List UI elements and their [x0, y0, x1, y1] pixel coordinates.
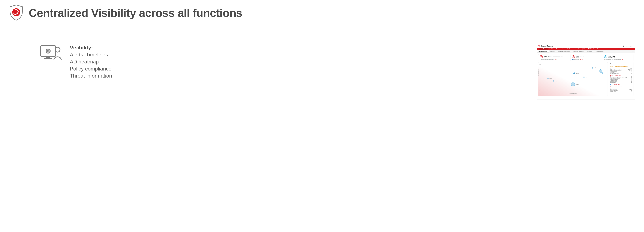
- kpi-av-compliance[interactable]: 80% Antivirus pattern compliance ▾ ◉ End…: [538, 54, 569, 61]
- panel-total-events: ⊘ 0 Total events: [610, 88, 632, 89]
- svg-line-12: [49, 49, 50, 50]
- bubble-dublin[interactable]: Dublin: [602, 73, 603, 74]
- panel-row: Affected users402: [610, 91, 632, 92]
- risk-bubble-chart[interactable]: Compliance rate High Low High Risk More …: [538, 62, 608, 96]
- tab-compliance[interactable]: Compliance: [585, 50, 594, 53]
- bubble-munich[interactable]: Munich: [574, 73, 575, 74]
- visibility-heading: Visibility:: [70, 45, 93, 50]
- side-panel: All 🛡 80% Antivirus pattern compliance A…: [609, 62, 634, 96]
- svg-line-9: [46, 49, 47, 50]
- nav-help[interactable]: Help: [596, 48, 601, 50]
- bubble-seattle[interactable]: Seattle: [592, 67, 593, 69]
- home-icon[interactable]: ⌂: [537, 48, 540, 50]
- dashboard-screenshot: Control Manager TREND\m_kuo ▾ ⌂ Dashboar…: [537, 44, 635, 99]
- svg-line-10: [49, 52, 50, 53]
- tab-summary[interactable]: Summary: [549, 50, 556, 53]
- panel-row: C&C callback10: [610, 82, 632, 83]
- alert-icon: [572, 55, 575, 58]
- kpi-resolved-events[interactable]: 305,592 Resolved events ► Users affected…: [603, 54, 634, 61]
- panel-row: Unmanaged endpoints332: [610, 73, 632, 74]
- gear-icon[interactable]: ⚙: [631, 50, 635, 53]
- tab-dlp[interactable]: Data Loss Prevention: [572, 50, 585, 53]
- nav-notifications[interactable]: Notifications: [566, 48, 574, 50]
- bullet-policy: Policy compliance: [70, 65, 112, 72]
- panel-affected-endpoints: 🖥 0 Affected endpoints: [610, 86, 632, 87]
- svg-line-11: [46, 52, 47, 53]
- nav-updates[interactable]: Updates: [580, 48, 587, 50]
- target-icon: [604, 55, 607, 58]
- svg-point-20: [606, 57, 606, 57]
- dashboard-tabs: Operation Center Summary DLP Incident In…: [537, 50, 635, 53]
- nav-logs[interactable]: Logs: [561, 48, 566, 50]
- nav-dashboard[interactable]: Dashboard: [540, 48, 548, 50]
- primary-nav: ⌂ Dashboard Directories Policies Logs No…: [537, 48, 635, 50]
- app-title: Control Manager: [541, 45, 553, 47]
- kpi-critical-threats[interactable]: 599 Critical threats 👤 Affected users: 4…: [570, 54, 601, 61]
- bubble-boston[interactable]: Boston: [599, 69, 602, 73]
- tab-threat-detection[interactable]: Threat Detection: [594, 50, 605, 53]
- svg-rect-2: [46, 57, 50, 58]
- svg-point-13: [48, 50, 49, 52]
- svg-point-14: [55, 47, 60, 52]
- tab-dlp-investigation[interactable]: DLP Incident Investigation: [556, 50, 572, 53]
- bubble-hong-kong[interactable]: Hong Kong: [553, 80, 554, 82]
- visibility-text: Visibility: Alerts, Timelines AD heatmap…: [70, 44, 112, 79]
- panel-affected-users: 👤 0 Affected users: [610, 84, 632, 85]
- page-title: Centralized Visibility across all functi…: [29, 7, 242, 20]
- tab-add[interactable]: +: [605, 50, 609, 53]
- cm-logo-icon: [538, 45, 540, 47]
- svg-point-16: [624, 46, 624, 46]
- panel-av-head: 🛡 80% Antivirus pattern compliance: [610, 66, 632, 67]
- bullet-alerts: Alerts, Timelines: [70, 51, 112, 58]
- user-icon: [623, 45, 624, 47]
- nav-directories[interactable]: Directories: [548, 48, 555, 50]
- bullet-heatmap: AD heatmap: [70, 58, 112, 65]
- panel-ct-head: ▲ 599 Critical threats: [610, 75, 632, 76]
- bubble-seoul[interactable]: Seoul: [547, 78, 549, 79]
- visibility-illustration: [40, 44, 63, 63]
- shield-icon: [540, 55, 543, 58]
- tab-operation-center[interactable]: Operation Center: [537, 50, 549, 53]
- bubble-tokyo[interactable]: Tokyo: [584, 77, 584, 78]
- chart-footnote: *Showing critical threats and detections…: [537, 97, 635, 99]
- bubble-shanghai[interactable]: Shanghai: [571, 82, 575, 86]
- trend-shield-logo: [9, 5, 23, 21]
- nav-policies[interactable]: Policies: [555, 48, 561, 50]
- nav-reports[interactable]: Reports: [574, 48, 581, 50]
- panel-title: All: [610, 63, 632, 65]
- nav-administration[interactable]: Administration: [587, 48, 596, 50]
- user-label[interactable]: TREND\m_kuo ▾: [623, 45, 634, 47]
- svg-rect-3: [44, 58, 52, 59]
- bullet-threat: Threat information: [70, 72, 112, 79]
